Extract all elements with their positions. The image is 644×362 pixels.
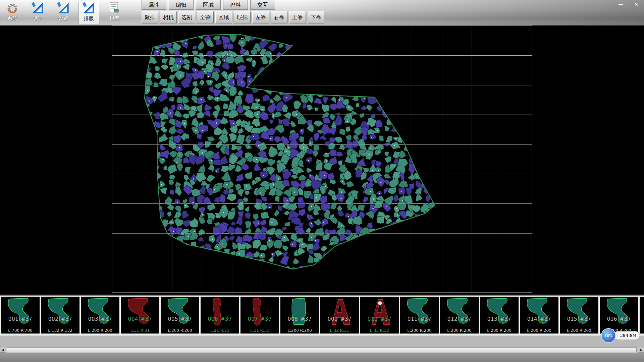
piece-thumbnail-12[interactable]: 012_#37L:200 R:200 [440,296,479,334]
piece-lr-count: L:200 R:200 [280,328,319,333]
horizontal-scrollbar[interactable] [0,347,644,353]
tool-button-8[interactable]: 上靠 [289,11,306,23]
piece-id-label: 004_#37 [121,316,159,322]
scrollbar-thumb[interactable] [7,347,637,352]
piece-id-label: 011_#37 [400,316,439,322]
tool-button-9[interactable]: 下靠 [308,11,324,23]
piece-lr-count: L:200 R:200 [640,328,644,333]
piece-id-label: 005_#37 [161,316,199,322]
appbar-item-4[interactable]: 报表 [104,1,125,24]
piece-thumbnail-4[interactable]: 004_#37L:31 R:31 [120,296,160,334]
tool-button-2[interactable]: 选割 [178,11,195,23]
appbar-item-label: 排版 [84,15,94,22]
piece-thumbnail-14[interactable]: 014_#37L:200 R:200 [520,296,559,334]
piece-id-label: 010_#37 [360,316,399,322]
piece-lr-count: L:32 R:31 [320,328,359,333]
appbar-item-label: 报表 [109,15,119,22]
piece-thumbnail-5[interactable]: 005_#37L:200 R:200 [160,296,200,334]
progress-circle: 38% [601,328,616,343]
piece-id-label: 001_#37 [1,316,40,322]
piece-id-label: 017_#37 [640,316,644,322]
piece-id-label: 009_#37 [320,316,359,322]
piece-thumbnail-8[interactable]: 008_#37L:200 R:200 [280,296,319,334]
piece-lr-count: L:200 R:200 [440,328,479,333]
piece-lr-count: L:200 R:200 [400,328,439,333]
piece-thumbnail-strip: 001_#37L:700 R:700002_#37L:132 R:132003_… [0,295,644,336]
menu-tab-4[interactable]: 交互 [250,0,275,10]
gear-icon [6,1,19,15]
bottom-status-band [0,353,644,362]
toolbar: 系统设计设置排版报表 属性编辑区域排料交互 聚排相机选割全割区域瑕疵左靠右靠上靠… [0,0,644,25]
appbar-item-1[interactable]: 设计 [28,1,48,24]
tool-button-0[interactable]: 聚排 [142,11,158,23]
piece-lr-count: L:200 R:200 [560,328,598,333]
design-square-icon [31,1,45,15]
app-launcher-bar: 系统设计设置排版报表 [2,1,125,25]
piece-thumbnail-6[interactable]: 006_#37L:21 R:21 [200,296,239,334]
scroll-right-icon[interactable] [638,347,644,353]
piece-thumbnail-11[interactable]: 011_#37L:200 R:200 [400,296,439,334]
settings-square-icon [57,1,70,15]
piece-id-label: 012_#37 [440,316,479,322]
tool-button-6[interactable]: 左靠 [252,11,269,23]
piece-thumbnail-10[interactable]: 010_#37L:33 R:32 [360,296,399,334]
piece-thumbnail-13[interactable]: 013_#37L:200 R:200 [480,296,519,334]
appbar-item-3[interactable]: 排版 [78,1,99,24]
piece-lr-count: L:200 R:200 [480,328,519,333]
window-controls: — ✕ [616,1,641,8]
piece-thumbnail-7[interactable]: 007_#37L:31 R:31 [240,296,279,334]
appbar-item-2[interactable]: 设置 [53,1,74,24]
tool-button-3[interactable]: 全割 [197,11,214,23]
nesting-canvas-svg [0,25,644,295]
strip-lower-margin [0,336,644,347]
tool-button-row: 聚排相机选割全割区域瑕疵左靠右靠上靠下靠 [142,11,324,23]
menu-tab-row: 属性编辑区域排料交互 [142,0,324,10]
piece-id-label: 002_#37 [41,316,79,322]
tool-button-1[interactable]: 相机 [160,11,177,23]
piece-lr-count: L:700 R:700 [1,328,40,333]
piece-lr-count: L:21 R:21 [201,328,239,333]
progress-percent: 38% [604,334,612,338]
report-icon [108,1,121,15]
application-window: 系统设计设置排版报表 属性编辑区域排料交互 聚排相机选割全割区域瑕疵左靠右靠上靠… [0,0,644,362]
piece-thumbnail-15[interactable]: 015_#37L:200 R:200 [559,296,599,334]
tool-button-4[interactable]: 区域 [215,11,232,23]
appbar-item-label: 系统 [7,15,17,22]
tool-button-7[interactable]: 右靠 [271,11,287,23]
piece-thumbnail-9[interactable]: 009_#37L:32 R:31 [320,296,359,334]
minimize-button[interactable]: — [616,1,625,8]
piece-lr-count: L:132 R:132 [41,328,79,333]
piece-lr-count: L:33 R:32 [360,328,399,333]
appbar-item-label: 设置 [58,15,68,22]
piece-id-label: 008_#37 [280,316,319,322]
tool-button-5[interactable]: 瑕疵 [234,11,251,23]
piece-lr-count: L:200 R:200 [520,328,558,333]
close-button[interactable]: ✕ [632,1,641,8]
memory-label: 384.8M [613,331,640,340]
memory-usage-widget: 384.8M 38% [601,328,640,343]
piece-lr-count: L:200 R:200 [161,328,199,333]
appbar-item-0[interactable]: 系统 [2,1,23,24]
scroll-left-icon[interactable] [0,347,6,353]
nesting-canvas[interactable] [0,25,644,295]
menu-tab-0[interactable]: 属性 [142,0,166,10]
piece-id-label: 014_#37 [520,316,558,322]
piece-id-label: 006_#37 [201,316,239,322]
ribbon-menus: 属性编辑区域排料交互 聚排相机选割全割区域瑕疵左靠右靠上靠下靠 [142,0,324,23]
piece-thumbnail-1[interactable]: 001_#37L:700 R:700 [1,296,40,334]
layout-square-icon [82,1,96,15]
piece-id-label: 013_#37 [480,316,519,322]
piece-lr-count: L:200 R:200 [81,328,119,333]
piece-lr-count: L:31 R:31 [121,328,159,333]
piece-thumbnail-3[interactable]: 003_#37L:200 R:200 [80,296,120,334]
piece-id-label: 016_#37 [600,316,638,322]
appbar-item-label: 设计 [33,15,43,22]
piece-id-label: 015_#37 [560,316,598,322]
piece-thumbnail-17[interactable]: 017_#37L:200 R:200 [639,296,644,334]
menu-tab-2[interactable]: 区域 [196,0,221,10]
piece-id-label: 003_#37 [81,316,119,322]
menu-tab-1[interactable]: 编辑 [169,0,194,10]
piece-thumbnail-2[interactable]: 002_#37L:132 R:132 [41,296,80,334]
piece-id-label: 007_#37 [240,316,279,322]
menu-tab-3[interactable]: 排料 [223,0,248,10]
